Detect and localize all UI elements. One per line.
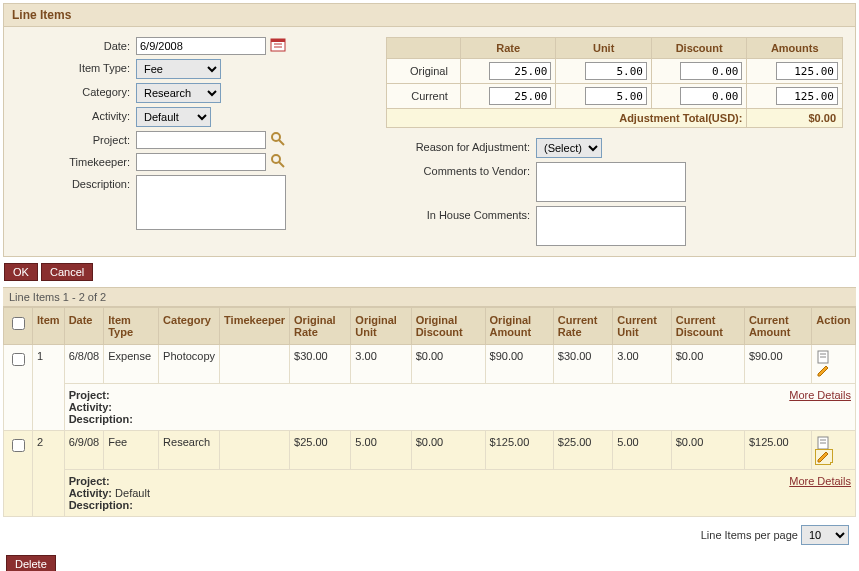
comments-house-label: In House Comments:: [386, 206, 536, 221]
svg-line-7: [279, 162, 284, 167]
col-orig-rate: Original Rate: [290, 308, 351, 345]
cell-timekeeper: [220, 345, 290, 384]
date-label: Date:: [16, 37, 136, 52]
table-row-detail: More Details Project: Activity: Descript…: [4, 384, 856, 431]
current-discount-input[interactable]: [680, 87, 742, 105]
cell-orig-unit: 3.00: [351, 345, 411, 384]
table-row: 2 6/9/08 Fee Research $25.00 5.00 $0.00 …: [4, 431, 856, 470]
rates-header-discount: Discount: [651, 38, 747, 59]
row-checkbox[interactable]: [12, 439, 25, 452]
adjustment-row: Adjustment Total(USD): $0.00: [387, 109, 843, 128]
cell-timekeeper: [220, 431, 290, 470]
svg-line-5: [279, 140, 284, 145]
cell-cur-unit: 3.00: [613, 345, 671, 384]
col-orig-amt: Original Amount: [485, 308, 553, 345]
description-textarea[interactable]: [136, 175, 286, 230]
col-cur-amt: Current Amount: [744, 308, 811, 345]
original-discount-input[interactable]: [680, 62, 742, 80]
current-amount-input[interactable]: [776, 87, 838, 105]
cell-item: 2: [33, 431, 65, 517]
panel-title: Line Items: [4, 4, 855, 27]
pager-label: Line Items per page: [701, 529, 798, 541]
col-cur-disc: Current Discount: [671, 308, 744, 345]
cell-cur-unit: 5.00: [613, 431, 671, 470]
more-details-link[interactable]: More Details: [789, 475, 851, 487]
more-details-link[interactable]: More Details: [789, 389, 851, 401]
adjustment-label: Adjustment Total(USD):: [387, 109, 747, 128]
comments-vendor-label: Comments to Vendor:: [386, 162, 536, 177]
pager-select[interactable]: 10: [801, 525, 849, 545]
form-right-column: Rate Unit Discount Amounts Original Curr…: [386, 37, 843, 250]
delete-button[interactable]: Delete: [6, 555, 56, 571]
comments-house-textarea[interactable]: [536, 206, 686, 246]
cell-orig-amt: $90.00: [485, 345, 553, 384]
project-label: Project:: [16, 131, 136, 146]
reason-select[interactable]: (Select): [536, 138, 602, 158]
lookup-icon[interactable]: [270, 153, 286, 169]
col-orig-disc: Original Discount: [411, 308, 485, 345]
cell-cur-disc: $0.00: [671, 431, 744, 470]
col-action: Action: [812, 308, 856, 345]
original-unit-input[interactable]: [585, 62, 647, 80]
table-row: 1 6/8/08 Expense Photocopy $30.00 3.00 $…: [4, 345, 856, 384]
col-orig-unit: Original Unit: [351, 308, 411, 345]
col-item-type: Item Type: [104, 308, 159, 345]
cell-cur-rate: $30.00: [553, 345, 612, 384]
row-checkbox[interactable]: [12, 353, 25, 366]
rates-table: Rate Unit Discount Amounts Original Curr…: [386, 37, 843, 128]
current-rate-input[interactable]: [489, 87, 551, 105]
timekeeper-input[interactable]: [136, 153, 266, 171]
original-rate-input[interactable]: [489, 62, 551, 80]
activity-label: Activity:: [16, 107, 136, 122]
item-type-label: Item Type:: [16, 59, 136, 74]
edit-icon[interactable]: [816, 450, 832, 462]
cell-category: Research: [159, 431, 220, 470]
activity-select[interactable]: Default: [136, 107, 211, 127]
col-date: Date: [64, 308, 104, 345]
cell-cur-amt: $125.00: [744, 431, 811, 470]
category-label: Category:: [16, 83, 136, 98]
svg-point-6: [272, 155, 280, 163]
cell-orig-disc: $0.00: [411, 431, 485, 470]
line-items-grid: Item Date Item Type Category Timekeeper …: [3, 307, 856, 517]
reason-label: Reason for Adjustment:: [386, 138, 536, 153]
cell-cur-rate: $25.00: [553, 431, 612, 470]
col-cur-unit: Current Unit: [613, 308, 671, 345]
cell-orig-rate: $30.00: [290, 345, 351, 384]
original-amount-input[interactable]: [776, 62, 838, 80]
adjustment-value: $0.00: [747, 109, 843, 128]
cell-cur-disc: $0.00: [671, 345, 744, 384]
rates-original-label: Original: [387, 59, 461, 84]
line-items-panel: Line Items Date: Item Type: Fee Category…: [3, 3, 856, 257]
rates-header-rate: Rate: [460, 38, 556, 59]
rates-header-unit: Unit: [556, 38, 652, 59]
cell-item: 1: [33, 345, 65, 431]
cell-orig-amt: $125.00: [485, 431, 553, 470]
current-unit-input[interactable]: [585, 87, 647, 105]
edit-icon[interactable]: [816, 364, 832, 376]
project-input[interactable]: [136, 131, 266, 149]
cancel-button[interactable]: Cancel: [41, 263, 93, 281]
col-category: Category: [159, 308, 220, 345]
comments-vendor-textarea[interactable]: [536, 162, 686, 202]
calendar-icon[interactable]: [270, 37, 286, 53]
view-icon[interactable]: [816, 436, 832, 448]
timekeeper-label: Timekeeper:: [16, 153, 136, 168]
cell-category: Photocopy: [159, 345, 220, 384]
select-all-checkbox[interactable]: [12, 317, 25, 330]
date-input[interactable]: [136, 37, 266, 55]
lookup-icon[interactable]: [270, 131, 286, 147]
col-cur-rate: Current Rate: [553, 308, 612, 345]
category-select[interactable]: Research: [136, 83, 221, 103]
view-icon[interactable]: [816, 350, 832, 362]
description-label: Description:: [16, 175, 136, 190]
svg-point-4: [272, 133, 280, 141]
cell-cur-amt: $90.00: [744, 345, 811, 384]
cell-item-type: Expense: [104, 345, 159, 384]
ok-button[interactable]: OK: [4, 263, 38, 281]
item-type-select[interactable]: Fee: [136, 59, 221, 79]
grid-summary: Line Items 1 - 2 of 2: [3, 287, 856, 307]
rates-row-current: Current: [387, 84, 843, 109]
table-row-detail: More Details Project: Activity: Default …: [4, 470, 856, 517]
cell-orig-unit: 5.00: [351, 431, 411, 470]
